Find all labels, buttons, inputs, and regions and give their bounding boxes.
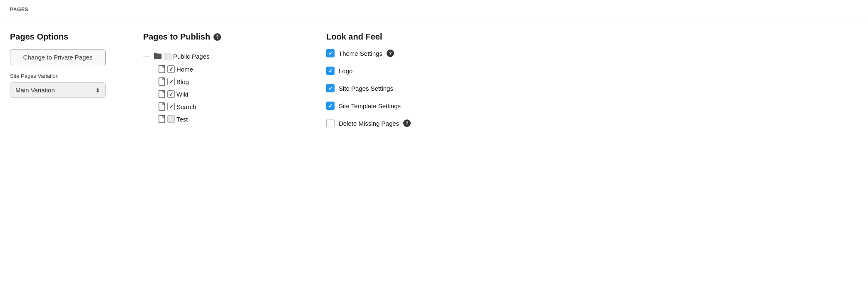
site-pages-settings-checkbox[interactable] bbox=[326, 84, 335, 92]
theme-settings-help-icon[interactable]: ? bbox=[387, 50, 394, 57]
pages-publish-section: Pages to Publish ? — Public Pages bbox=[143, 32, 301, 137]
change-to-private-button[interactable]: Change to Private Pages bbox=[10, 49, 106, 65]
logo-row: Logo bbox=[326, 67, 858, 75]
home-page-icon bbox=[158, 65, 166, 73]
public-pages-checkbox[interactable] bbox=[164, 53, 171, 60]
theme-settings-checkbox[interactable] bbox=[326, 49, 335, 57]
blog-checkbox[interactable] bbox=[167, 78, 175, 85]
tree-item-test: Test bbox=[158, 113, 301, 125]
pages-options-title: Pages Options bbox=[10, 32, 118, 42]
site-template-settings-checkbox[interactable] bbox=[326, 102, 335, 110]
page-title: PAGES bbox=[10, 7, 28, 12]
variation-select[interactable]: Main Variation ⬍ bbox=[10, 82, 106, 98]
delete-missing-pages-help-icon[interactable]: ? bbox=[403, 119, 411, 127]
wiki-page-icon bbox=[158, 90, 166, 98]
home-label: Home bbox=[176, 66, 193, 73]
look-feel-title: Look and Feel bbox=[326, 32, 858, 42]
site-pages-settings-row: Site Pages Settings bbox=[326, 84, 858, 92]
theme-settings-label: Theme Settings bbox=[339, 50, 382, 57]
variation-select-value: Main Variation bbox=[15, 87, 55, 94]
logo-label: Logo bbox=[339, 67, 352, 74]
look-feel-section: Look and Feel Theme Settings ? Logo Site… bbox=[326, 32, 858, 137]
folder-icon bbox=[153, 52, 162, 61]
blog-page-icon bbox=[158, 77, 166, 86]
page-header: PAGES bbox=[0, 0, 868, 17]
public-pages-label: Public Pages bbox=[173, 53, 210, 60]
search-page-icon bbox=[158, 102, 166, 111]
theme-settings-row: Theme Settings ? bbox=[326, 49, 858, 57]
blog-label: Blog bbox=[176, 78, 189, 85]
tree-root-item: — Public Pages bbox=[143, 50, 301, 63]
site-template-settings-row: Site Template Settings bbox=[326, 102, 858, 110]
main-content: Pages Options Change to Private Pages Si… bbox=[0, 17, 868, 146]
wiki-label: Wiki bbox=[176, 91, 188, 98]
test-checkbox[interactable] bbox=[167, 115, 175, 123]
delete-missing-pages-label: Delete Missing Pages bbox=[339, 120, 399, 127]
search-label: Search bbox=[176, 103, 196, 110]
wiki-checkbox[interactable] bbox=[167, 90, 175, 98]
logo-checkbox[interactable] bbox=[326, 67, 335, 75]
pages-publish-help-icon[interactable]: ? bbox=[213, 33, 221, 41]
variation-arrow-icon: ⬍ bbox=[95, 87, 100, 94]
pages-tree: — Public Pages bbox=[143, 50, 301, 125]
test-page-icon bbox=[158, 115, 166, 123]
tree-item-blog: Blog bbox=[158, 75, 301, 88]
search-checkbox[interactable] bbox=[167, 103, 175, 110]
tree-dash: — bbox=[143, 53, 150, 60]
delete-missing-pages-row: Delete Missing Pages ? bbox=[326, 119, 858, 127]
tree-children: Home Blog bbox=[143, 63, 301, 125]
pages-options-section: Pages Options Change to Private Pages Si… bbox=[10, 32, 118, 137]
delete-missing-pages-checkbox[interactable] bbox=[326, 119, 335, 127]
home-checkbox[interactable] bbox=[167, 65, 175, 73]
pages-publish-header: Pages to Publish ? bbox=[143, 32, 301, 42]
site-pages-settings-label: Site Pages Settings bbox=[339, 85, 393, 92]
tree-item-search: Search bbox=[158, 100, 301, 113]
test-label: Test bbox=[176, 116, 188, 123]
tree-item-home: Home bbox=[158, 63, 301, 75]
site-template-settings-label: Site Template Settings bbox=[339, 102, 401, 109]
pages-publish-title: Pages to Publish bbox=[143, 32, 210, 42]
tree-item-wiki: Wiki bbox=[158, 88, 301, 100]
variation-label: Site Pages Variation bbox=[10, 73, 118, 79]
